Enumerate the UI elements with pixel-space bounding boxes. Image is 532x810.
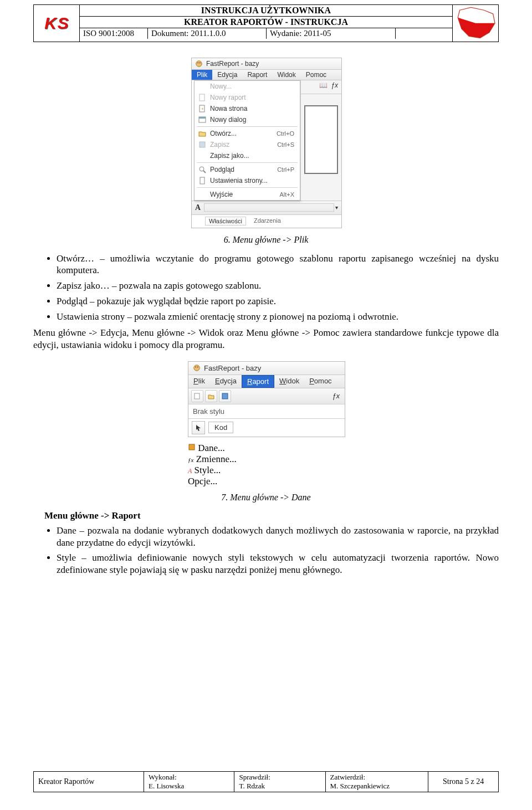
caption-figure-6: 6. Menu główne -> Plik [33, 235, 499, 245]
footer-title: Kreator Raportów [34, 771, 144, 792]
app-title: FastReport - bazy [204, 364, 261, 372]
menu-plik[interactable]: Plik [188, 375, 210, 388]
svg-rect-8 [200, 142, 205, 147]
bullet-ustawienia: Ustawienia strony – pozwala zmienić oren… [57, 311, 499, 323]
mi-dane[interactable]: Dane... [188, 443, 344, 454]
ks-logo: KS [34, 5, 80, 42]
mi-style[interactable]: A Style... [188, 465, 344, 476]
svg-point-0 [196, 60, 202, 66]
menu-pomoc[interactable]: Pomoc [301, 70, 331, 80]
svg-point-12 [194, 365, 200, 371]
bullet-style: Style – umożliwia definiowanie nowych st… [57, 552, 499, 576]
header-iso: ISO 9001:2008 [80, 28, 148, 39]
mi-zapisz-jako[interactable]: Zapisz jako... [195, 150, 300, 161]
menu-edycja[interactable]: Edycja [210, 375, 242, 388]
menu-pomoc[interactable]: Pomoc [304, 375, 336, 388]
svg-rect-11 [200, 177, 204, 184]
tab-kod[interactable]: Kod [208, 422, 233, 433]
mi-zmienne[interactable]: ƒx Zmienne... [188, 454, 344, 465]
svg-point-9 [200, 167, 204, 171]
dialog-icon [198, 115, 207, 124]
svg-line-10 [203, 171, 206, 173]
bullet-dane: Dane – pozwala na dodanie wybranych doda… [57, 525, 499, 549]
menu-plik[interactable]: Plik [192, 70, 212, 80]
header-document: Dokument: 2011.1.0.0 [148, 28, 267, 39]
document-footer: Kreator Raportów Wykonał: E. Lisowska Sp… [33, 771, 499, 793]
svg-rect-15 [195, 393, 200, 399]
mi-nowy: Nowy... [195, 81, 300, 92]
footer-wykonal: Wykonał: E. Lisowska [144, 771, 234, 792]
bullet-otworz: Otwórz… – umożliwia wczytanie do program… [57, 253, 499, 277]
fastreport-icon [195, 60, 203, 68]
svg-rect-7 [199, 117, 206, 119]
bullet-zapisz-jako: Zapisz jako… – pozwala na zapis gotowego… [57, 280, 499, 292]
menu-raport[interactable]: Raport [242, 375, 274, 388]
header-blank [396, 28, 452, 39]
caption-figure-7: 7. Menu główne -> Dane [33, 493, 499, 503]
data-cube-icon [188, 443, 198, 453]
mi-otworz[interactable]: Otwórz... Ctrl+O [195, 128, 300, 139]
tb-save[interactable] [219, 390, 231, 402]
folder-open-icon [198, 129, 207, 138]
mi-nowa-strona[interactable]: + Nowa strona [195, 103, 300, 114]
fx-icon[interactable]: ƒx [331, 81, 338, 93]
style-selector[interactable]: Brak stylu [188, 404, 345, 419]
mi-nowy-raport: Nowy raport [195, 92, 300, 103]
mi-opcje[interactable]: Opcje... [188, 476, 344, 487]
bullet-podglad: Podgląd – pokazuje jak wyglądał będzie r… [57, 295, 499, 307]
app-title: FastReport - bazy [206, 60, 259, 68]
footer-zatwierdzil: Zatwierdził: M. Szczepankiewicz [325, 771, 428, 792]
mi-podglad[interactable]: Podgląd Ctrl+P [195, 164, 300, 175]
poland-logo [452, 5, 498, 42]
menu-edycja[interactable]: Edycja [212, 70, 242, 80]
svg-point-14 [197, 367, 198, 368]
svg-point-1 [197, 62, 198, 63]
tab-wlasciwosci[interactable]: Właściwości [205, 217, 246, 225]
document-header: KS INSTRUKCJA UŻYTKOWNIKA KREATOR RAPORT… [33, 4, 499, 42]
preview-icon [198, 165, 207, 174]
footer-page: Strona 5 z 24 [428, 771, 499, 792]
menu-widok[interactable]: Widok [274, 375, 304, 388]
letter-a-icon: A [195, 203, 201, 212]
svg-point-2 [200, 62, 201, 63]
style-icon: A [188, 467, 192, 475]
svg-rect-3 [200, 94, 204, 101]
header-edition: Wydanie: 2011-05 [267, 28, 396, 39]
mi-ustawienia-strony[interactable]: Ustawienia strony... [195, 175, 300, 186]
book-icon[interactable]: 📖 [319, 81, 328, 93]
mi-zapisz: Zapisz Ctrl+S [195, 139, 300, 150]
page-icon [198, 93, 207, 102]
paragraph-menu-inne: Menu główne -> Edycja, Menu główne -> Wi… [33, 327, 499, 351]
page-setup-icon [198, 176, 207, 185]
header-title-2: KREATOR RAPORTÓW - INSTRUKCJA [80, 17, 452, 28]
tb-new[interactable] [191, 390, 203, 402]
svg-text:+: + [201, 106, 204, 111]
save-icon [198, 140, 207, 149]
page-plus-icon: + [198, 104, 207, 113]
section-menu-raport: Menu główne -> Raport [44, 510, 499, 521]
svg-rect-16 [222, 393, 228, 399]
svg-point-13 [195, 367, 196, 368]
menu-widok[interactable]: Widok [272, 70, 300, 80]
footer-sprawdzil: Sprawdził: T. Rdzak [234, 771, 325, 792]
fastreport-icon [193, 364, 201, 372]
tb-open[interactable] [205, 390, 217, 402]
svg-rect-17 [189, 444, 195, 450]
screenshot-menu-raport: FastReport - bazy Plik Edycja Raport Wid… [188, 361, 344, 487]
fx-icon: ƒx [188, 457, 193, 463]
screenshot-menu-plik: FastReport - bazy Plik Edycja Raport Wid… [191, 58, 341, 228]
header-title-1: INSTRUKCJA UŻYTKOWNIKA [80, 5, 452, 17]
pointer-tool[interactable] [192, 421, 205, 434]
menu-raport[interactable]: Raport [242, 70, 272, 80]
mi-wyjscie[interactable]: Wyjście Alt+X [195, 189, 300, 200]
tab-zdarzenia[interactable]: Zdarzenia [250, 217, 284, 225]
mi-nowy-dialog[interactable]: Nowy dialog [195, 114, 300, 125]
fx-label[interactable]: ƒx [332, 392, 342, 400]
